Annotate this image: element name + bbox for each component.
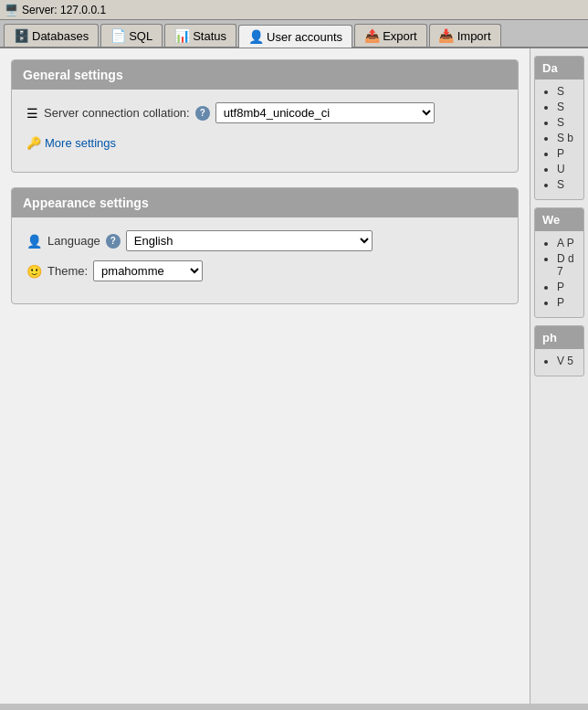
more-settings-label: More settings (45, 136, 116, 150)
appearance-settings-box: Appearance settings 👤 Language ? English… (11, 187, 519, 304)
title-bar-text: Server: 127.0.0.1 (22, 4, 106, 16)
list-item: D d 7 (557, 252, 576, 278)
more-settings-link[interactable]: 🔑 More settings (26, 136, 116, 150)
right-web-body: A P D d 7 P P (535, 231, 583, 317)
collation-select[interactable]: utf8mb4_unicode_ci utf8_general_ci latin… (215, 102, 435, 123)
general-settings-header: General settings (12, 60, 518, 90)
right-php-body: V 5 (535, 349, 583, 376)
theme-row: 🙂 Theme: pmahomme original metro (26, 260, 503, 281)
right-database-body: S S S S b P U S (535, 79, 583, 199)
language-row: 👤 Language ? English French German Spani… (26, 230, 503, 251)
tab-import-label: Import (457, 29, 491, 43)
server-icon: 🖥️ (4, 3, 18, 17)
language-label: Language (47, 234, 100, 248)
databases-icon: 🗄️ (14, 28, 28, 43)
tab-sql-label: SQL (129, 29, 152, 43)
list-item: P (557, 296, 576, 309)
title-bar: 🖥️ Server: 127.0.0.1 (0, 0, 588, 20)
right-php-section: ph V 5 (534, 325, 584, 376)
theme-select[interactable]: pmahomme original metro (93, 260, 203, 281)
collation-label: Server connection collation: (44, 106, 190, 120)
collation-row: ☰ Server connection collation: ? utf8mb4… (26, 102, 503, 123)
more-settings-row: 🔑 More settings (26, 132, 503, 150)
list-item: P (557, 281, 576, 293)
list-item: S (557, 85, 576, 98)
language-select[interactable]: English French German Spanish Chinese (126, 230, 373, 251)
tab-user-accounts-label: User accounts (267, 30, 342, 44)
tab-bar: 🗄️ Databases 📄 SQL 📊 Status 👤 User accou… (0, 20, 588, 48)
status-icon: 📊 (174, 28, 189, 43)
list-item: U (557, 163, 576, 175)
appearance-settings-title: Appearance settings (23, 196, 149, 210)
right-php-header: ph (535, 326, 583, 349)
language-help-icon[interactable]: ? (106, 234, 121, 249)
list-item: S (557, 101, 576, 113)
tab-databases-label: Databases (32, 29, 89, 43)
sql-icon: 📄 (110, 28, 125, 43)
key-icon: 🔑 (26, 136, 41, 150)
theme-icon: 🙂 (26, 264, 42, 279)
collation-help-icon[interactable]: ? (195, 106, 210, 121)
tab-status-label: Status (193, 29, 226, 43)
import-icon: 📥 (439, 28, 454, 43)
left-panel: General settings ☰ Server connection col… (0, 48, 530, 704)
user-accounts-icon: 👤 (248, 29, 263, 44)
tab-user-accounts[interactable]: 👤 User accounts (238, 25, 352, 48)
general-settings-box: General settings ☰ Server connection col… (11, 59, 519, 173)
tab-export-label: Export (383, 29, 417, 43)
right-database-header: Da (535, 57, 583, 79)
general-settings-title: General settings (23, 68, 123, 82)
tab-sql[interactable]: 📄 SQL (100, 24, 163, 47)
tab-status[interactable]: 📊 Status (164, 24, 236, 47)
list-item: V 5 (557, 355, 576, 367)
right-database-section: Da S S S S b P U S (534, 56, 584, 200)
list-item: P (557, 147, 576, 160)
general-settings-body: ☰ Server connection collation: ? utf8mb4… (12, 90, 518, 172)
appearance-settings-header: Appearance settings (12, 188, 518, 217)
collation-icon: ☰ (26, 106, 38, 121)
right-web-header: We (535, 208, 583, 231)
list-item: S b (557, 132, 576, 144)
export-icon: 📤 (364, 28, 379, 43)
right-web-section: We A P D d 7 P P (534, 207, 584, 318)
right-panel: Da S S S S b P U S We A P (530, 48, 588, 704)
list-item: S (557, 116, 576, 129)
language-icon: 👤 (26, 234, 42, 249)
appearance-settings-body: 👤 Language ? English French German Spani… (12, 217, 518, 303)
theme-label: Theme: (47, 264, 88, 278)
tab-databases[interactable]: 🗄️ Databases (4, 24, 99, 47)
tab-export[interactable]: 📤 Export (354, 24, 427, 47)
tab-import[interactable]: 📥 Import (429, 24, 501, 47)
list-item: S (557, 178, 576, 191)
main-layout: General settings ☰ Server connection col… (0, 48, 588, 704)
list-item: A P (557, 237, 576, 249)
